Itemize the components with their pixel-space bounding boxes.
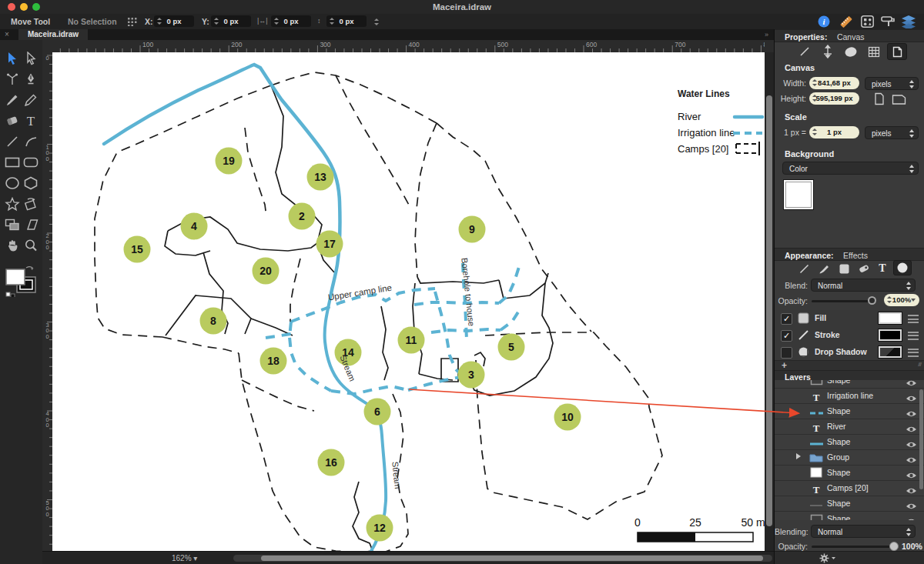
blend-mode-dropdown[interactable]: Normal (811, 279, 916, 292)
eraser-appearance-tab[interactable] (855, 261, 873, 276)
background-type-dropdown[interactable]: Color (782, 162, 919, 175)
stroke-properties-tab[interactable] (795, 43, 815, 60)
zoom-tool-button[interactable] (22, 236, 40, 255)
layer-opacity-knob[interactable] (889, 542, 899, 551)
ruler-icon[interactable] (839, 15, 853, 28)
stroke-appearance-tab[interactable] (795, 261, 813, 276)
layer-row-shape[interactable]: Shape (775, 380, 924, 389)
hand-tool-button[interactable] (3, 236, 22, 255)
portrait-orientation-icon[interactable] (873, 92, 886, 105)
height-input[interactable]: 0 px (326, 15, 367, 27)
scale-unit-dropdown[interactable]: pixels (865, 126, 919, 139)
polygon-tool-button[interactable] (22, 174, 40, 192)
opacity-input[interactable]: 100% (884, 294, 919, 306)
camp-marker[interactable]: 11 (398, 327, 425, 354)
document-properties-tab[interactable] (887, 43, 907, 60)
effect-swatch[interactable] (879, 346, 902, 358)
landscape-orientation-icon[interactable] (892, 93, 906, 105)
camp-marker[interactable]: 5 (498, 334, 525, 361)
arc-tool-button[interactable] (22, 132, 40, 151)
text-appearance-tab[interactable]: T (873, 261, 892, 276)
effect-swatch[interactable] (879, 312, 902, 324)
layer-row-shape[interactable]: Shape (775, 435, 924, 450)
size-stepper[interactable] (374, 18, 379, 25)
effect-row-stroke[interactable]: ✓Stroke (775, 327, 924, 345)
opacity-slider-knob[interactable] (868, 296, 876, 305)
info-icon[interactable]: i (818, 15, 830, 28)
combine-shapes-tool-button[interactable] (3, 215, 22, 234)
camp-marker[interactable]: 10 (554, 404, 581, 431)
camp-marker[interactable]: 6 (364, 399, 391, 426)
effect-row-fill[interactable]: ✓Fill (775, 310, 924, 328)
add-effect-button[interactable]: + (782, 360, 787, 371)
line-tool-button[interactable] (3, 132, 22, 151)
layer-row-shape[interactable]: Shape (775, 496, 924, 512)
shape-properties-tab[interactable] (841, 43, 861, 60)
transform-properties-tab[interactable] (818, 43, 838, 60)
camp-marker[interactable]: 2 (289, 203, 316, 230)
camp-marker[interactable]: 17 (316, 231, 343, 258)
width-unit-dropdown[interactable]: pixels (865, 77, 919, 90)
camp-marker[interactable]: 15 (124, 236, 151, 263)
layer-row-irrigation-line[interactable]: TIrrigation line (775, 389, 924, 404)
camp-marker[interactable]: 3 (458, 362, 485, 389)
ellipse-tool-button[interactable] (3, 174, 22, 192)
tab-overflow-icon[interactable]: » (765, 29, 768, 40)
effects-appearance-tab[interactable] (893, 260, 912, 275)
group-disclosure-triangle[interactable] (796, 453, 801, 459)
camp-marker[interactable]: 4 (181, 213, 208, 240)
active-tool-label[interactable]: Move Tool (11, 17, 50, 26)
canvas-height-input[interactable]: 595,199 px (809, 92, 859, 105)
panel-resize-grip[interactable]: /// (918, 361, 921, 368)
layers-panel-icon[interactable] (901, 15, 916, 28)
rectangle-tool-button[interactable] (3, 153, 22, 172)
layer-row-shape[interactable]: Shape (775, 404, 924, 419)
layer-opacity-slider[interactable] (812, 546, 898, 548)
layer-blending-dropdown[interactable]: Normal (811, 525, 916, 538)
shape-library-icon[interactable] (861, 15, 874, 28)
node-tool-button[interactable] (3, 70, 22, 88)
text-tool-button[interactable]: T (22, 112, 40, 130)
alignment-grid-icon[interactable] (128, 18, 137, 26)
grid-properties-tab[interactable] (864, 43, 884, 60)
camp-marker[interactable]: 19 (216, 148, 243, 175)
scale-value-input[interactable]: 1 px (809, 126, 859, 138)
layer-row-group[interactable]: Group (775, 450, 924, 466)
camp-marker[interactable]: 20 (253, 258, 280, 285)
move-tool-button[interactable] (3, 49, 22, 68)
rounded-rectangle-tool-button[interactable] (22, 153, 40, 172)
effect-checkbox[interactable]: ✓ (781, 330, 792, 342)
effect-drag-handle[interactable] (908, 349, 919, 357)
canvas-horizontal-scrollbar[interactable] (233, 555, 772, 562)
camp-marker[interactable]: 9 (459, 216, 486, 243)
width-input[interactable]: 0 px (271, 15, 311, 27)
layer-row-river[interactable]: TRiver (775, 419, 924, 435)
direct-select-tool-button[interactable] (22, 49, 40, 68)
canvas-vertical-scrollbar[interactable] (765, 52, 774, 551)
style-roller-icon[interactable] (881, 15, 895, 28)
brush-appearance-tab[interactable] (815, 261, 833, 276)
background-color-swatch[interactable] (784, 180, 813, 209)
layers-scrollbar[interactable] (919, 389, 923, 489)
zoom-level-control[interactable]: 162% ▾ (172, 554, 197, 562)
x-input[interactable]: 0 px (154, 15, 194, 27)
effect-swatch[interactable] (879, 329, 902, 341)
camp-marker[interactable]: 8 (200, 308, 227, 335)
shear-tool-button[interactable] (22, 215, 40, 234)
layer-visibility-eye-icon[interactable] (906, 515, 917, 520)
brush-tool-button[interactable] (3, 91, 22, 109)
effect-drag-handle[interactable] (908, 315, 919, 323)
fill-stroke-swatches[interactable] (5, 265, 38, 295)
pencil-tool-button[interactable] (22, 91, 40, 109)
fill-appearance-tab[interactable] (835, 261, 853, 276)
y-input[interactable]: 0 px (211, 15, 251, 27)
camp-marker[interactable]: 16 (318, 449, 345, 476)
layer-row-camps-20-[interactable]: TCamps [20] (775, 481, 924, 496)
rotate-shape-tool-button[interactable] (22, 195, 40, 213)
effect-drag-handle[interactable] (908, 332, 919, 340)
drawing-canvas[interactable]: 19132417152098115141836101612 Upper camp… (52, 52, 765, 551)
tab-close-icon[interactable]: × (5, 29, 9, 40)
effect-checkbox[interactable]: ✓ (781, 313, 792, 325)
star-tool-button[interactable] (3, 195, 22, 213)
eraser-tool-button[interactable] (3, 112, 22, 130)
